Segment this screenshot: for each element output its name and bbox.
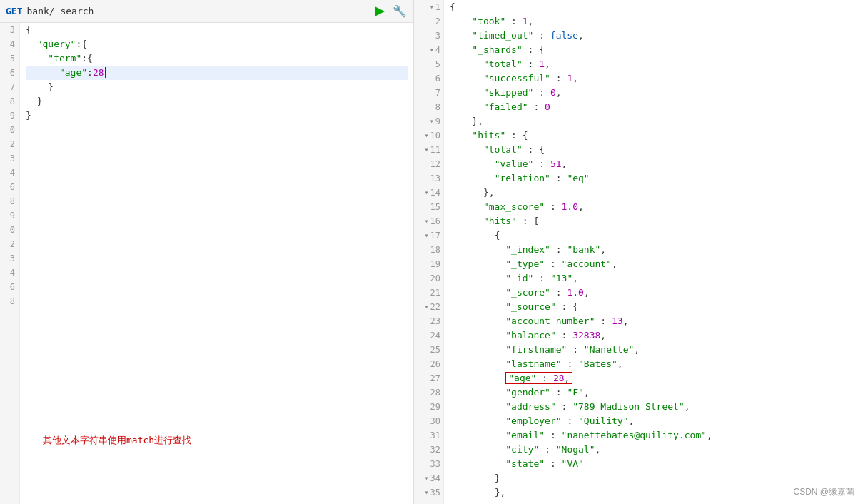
rline-11: "total" : { (450, 143, 857, 157)
code-line-4: "query":{ (26, 37, 408, 51)
rline-12: "value" : 51, (450, 157, 857, 171)
rline-2: "took" : 1, (450, 14, 857, 29)
right-panel: ▾1 2 3 ▾4 5 6 7 8 ▾9 ▾10 ▾11 12 13 ▾14 1… (414, 0, 863, 504)
code-line-empty10 (26, 251, 408, 266)
code-line-empty1 (26, 123, 408, 137)
left-code-area: 3 4 5 6 7 8 9 0 2 3 4 6 8 9 0 2 3 4 6 8 (0, 23, 413, 504)
rline-22: "_source" : { (450, 300, 857, 314)
code-line-5: "term":{ (26, 51, 408, 66)
rline-4: "_shards" : { (450, 43, 857, 57)
rline-24: "balance" : 32838, (450, 328, 857, 343)
code-line-empty6 (26, 194, 408, 208)
resize-handle[interactable]: ⋮ (408, 246, 414, 259)
code-line-7: } (26, 80, 408, 94)
rline-27: "age" : 28, (450, 371, 857, 385)
right-editor[interactable]: ▾1 2 3 ▾4 5 6 7 8 ▾9 ▾10 ▾11 12 13 ▾14 1… (414, 0, 863, 504)
code-line-empty13 (26, 294, 408, 308)
rline-33: "state" : "VA" (450, 457, 857, 471)
rline-3: "timed_out" : false, (450, 29, 857, 43)
rline-23: "account_number" : 13, (450, 314, 857, 328)
rline-10: "hits" : { (450, 128, 857, 143)
rline-9: }, (450, 114, 857, 128)
code-line-empty12 (26, 280, 408, 294)
run-button[interactable] (372, 4, 388, 19)
rline-28: "gender" : "F", (450, 385, 857, 400)
rline-1: { (450, 0, 857, 14)
code-line-6: "age":28 (26, 66, 408, 80)
play-icon (375, 6, 385, 16)
rline-30: "employer" : "Quility", (450, 414, 857, 428)
code-line-8: } (26, 94, 408, 109)
rline-17: { (450, 228, 857, 243)
rline-8: "failed" : 0 (450, 100, 857, 114)
left-editor[interactable]: 3 4 5 6 7 8 9 0 2 3 4 6 8 9 0 2 3 4 6 8 (0, 23, 413, 504)
wrench-icon: 🔧 (393, 4, 407, 18)
code-line-3: { (26, 23, 408, 37)
rline-21: "_score" : 1.0, (450, 286, 857, 300)
request-url: bank/_search (26, 6, 368, 16)
code-line-empty4 (26, 166, 408, 180)
rline-34: } (450, 471, 857, 485)
code-line-empty9 (26, 237, 408, 251)
http-method: GET (6, 6, 22, 16)
rline-7: "skipped" : 0, (450, 86, 857, 100)
rline-19: "_type" : "account", (450, 257, 857, 271)
left-panel: GET bank/_search 🔧 3 4 5 6 7 8 9 0 2 3 4… (0, 0, 414, 504)
code-line-empty7 (26, 208, 408, 223)
left-line-numbers: 3 4 5 6 7 8 9 0 2 3 4 6 8 9 0 2 3 4 6 8 (0, 23, 20, 504)
rline-18: "_index" : "bank", (450, 243, 857, 257)
rline-6: "successful" : 1, (450, 71, 857, 86)
right-code-area: ▾1 2 3 ▾4 5 6 7 8 ▾9 ▾10 ▾11 12 13 ▾14 1… (414, 0, 863, 504)
rline-31: "email" : "nanettebates@quility.com", (450, 428, 857, 443)
rline-15: "max_score" : 1.0, (450, 200, 857, 214)
code-line-empty5 (26, 180, 408, 194)
code-line-9: } (26, 109, 408, 123)
rline-16: "hits" : [ (450, 214, 857, 228)
right-code-lines: { "took" : 1, "timed_out" : false, "_sha… (444, 0, 863, 504)
rline-14: }, (450, 186, 857, 200)
rline-5: "total" : 1, (450, 57, 857, 71)
left-code-lines: { "query":{ "term":{ "age":28 } } } (20, 23, 413, 504)
left-toolbar: GET bank/_search 🔧 (0, 0, 413, 23)
rline-29: "address" : "789 Madison Street", (450, 400, 857, 414)
rline-25: "firstname" : "Nanette", (450, 343, 857, 357)
wrench-button[interactable]: 🔧 (392, 4, 408, 19)
code-line-empty3 (26, 151, 408, 166)
rline-26: "lastname" : "Bates", (450, 357, 857, 371)
rline-20: "_id" : "13", (450, 271, 857, 286)
watermark: CSDN @缘嘉菌 (793, 486, 854, 498)
annotation: 其他文本字符串使用match进行查找 (43, 434, 191, 447)
code-line-empty11 (26, 266, 408, 280)
rline-32: "city" : "Nogal", (450, 443, 857, 457)
right-line-numbers: ▾1 2 3 ▾4 5 6 7 8 ▾9 ▾10 ▾11 12 13 ▾14 1… (414, 0, 444, 504)
code-line-empty2 (26, 137, 408, 151)
rline-13: "relation" : "eq" (450, 171, 857, 186)
code-line-empty8 (26, 223, 408, 237)
